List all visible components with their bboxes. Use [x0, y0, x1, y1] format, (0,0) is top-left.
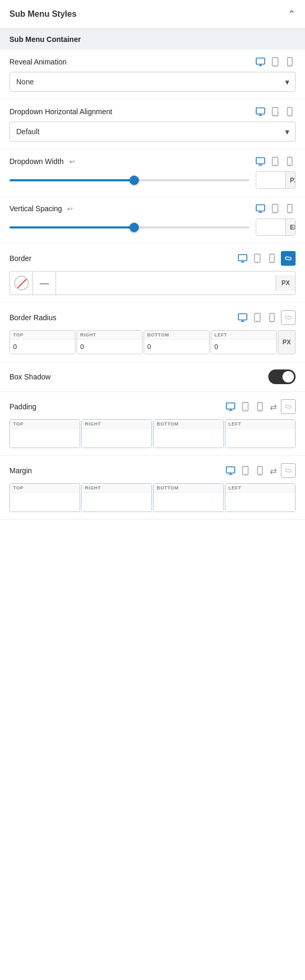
dropdown-alignment-label: Dropdown Horizontal Alignment [9, 107, 112, 116]
padding-arrows-icon[interactable]: ⇄ [269, 401, 278, 413]
tablet-icon-6[interactable] [252, 313, 263, 322]
margin-inputs: TOP RIGHT BOTTOM LEFT [9, 483, 296, 512]
tablet-icon-5[interactable] [252, 254, 263, 263]
vertical-spacing-group: Vertical Spacing ↩ [0, 197, 305, 244]
dropdown-alignment-select-wrapper[interactable]: Default Left Center Right [9, 122, 296, 141]
mobile-icon-2[interactable] [284, 107, 296, 116]
vertical-spacing-track [9, 226, 249, 228]
padding-left-input[interactable] [225, 429, 295, 448]
border-input-row: — PX [9, 271, 296, 295]
border-label: Border [9, 254, 31, 263]
box-shadow-toggle[interactable] [268, 369, 296, 384]
desktop-icon-7[interactable] [225, 402, 236, 411]
tablet-icon-7[interactable] [239, 402, 251, 411]
mobile-icon[interactable] [284, 57, 296, 67]
svg-point-27 [289, 211, 290, 212]
border-link-button[interactable] [281, 251, 296, 266]
desktop-icon-4[interactable] [255, 204, 266, 213]
tablet-icon-2[interactable] [269, 107, 281, 116]
vertical-spacing-reset-icon[interactable]: ↩ [67, 205, 73, 213]
svg-point-20 [289, 164, 290, 165]
desktop-icon[interactable] [255, 57, 266, 67]
border-radius-bottom-wrapper: BOTTOM [144, 330, 210, 354]
dropdown-width-slider[interactable] [9, 175, 249, 186]
border-color-button[interactable] [10, 271, 33, 295]
svg-rect-28 [238, 255, 247, 261]
dropdown-width-unit: PX [285, 172, 296, 188]
dropdown-alignment-device-icons [255, 107, 296, 116]
reveal-animation-label-row: Reveal Animation [9, 57, 296, 67]
svg-rect-14 [256, 158, 265, 164]
margin-group: Margin ⇄ [0, 456, 305, 520]
mobile-icon-6[interactable] [266, 313, 278, 322]
desktop-icon-2[interactable] [255, 107, 266, 116]
svg-point-34 [271, 261, 273, 262]
svg-point-18 [275, 164, 276, 165]
margin-left-wrapper: LEFT [225, 483, 296, 512]
dropdown-width-label: Dropdown Width ↩ [9, 157, 75, 166]
mobile-icon-4[interactable] [284, 204, 296, 213]
padding-link-button[interactable] [281, 399, 296, 414]
svg-point-39 [257, 320, 258, 321]
tablet-icon[interactable] [269, 57, 281, 67]
mobile-icon-7[interactable] [254, 402, 266, 411]
vertical-spacing-input[interactable] [256, 219, 285, 235]
padding-label: Padding [9, 402, 36, 411]
border-radius-top-input[interactable] [10, 340, 75, 354]
border-radius-unit: PX [278, 330, 296, 354]
border-color-none [14, 276, 29, 290]
margin-bottom-input[interactable] [154, 493, 223, 511]
dropdown-width-group: Dropdown Width ↩ [0, 149, 305, 197]
border-radius-link-button[interactable] [281, 310, 296, 325]
tablet-icon-4[interactable] [269, 204, 281, 213]
margin-left-input[interactable] [225, 493, 295, 511]
margin-right-input[interactable] [82, 493, 151, 511]
mobile-icon-5[interactable] [266, 254, 278, 263]
dropdown-width-thumb[interactable] [129, 176, 139, 185]
box-shadow-label: Box Shadow [9, 373, 51, 381]
border-radius-device-icons [237, 310, 296, 325]
desktop-icon-5[interactable] [237, 254, 248, 263]
border-radius-top-wrapper: TOP [9, 330, 75, 354]
padding-label-row: Padding ⇄ [9, 399, 296, 414]
reveal-animation-select-wrapper[interactable]: None Fade Slide [9, 72, 296, 92]
border-radius-right-input[interactable] [77, 340, 142, 354]
padding-right-wrapper: RIGHT [81, 419, 152, 448]
border-style-button[interactable]: — [33, 271, 56, 295]
vertical-spacing-slider[interactable] [9, 222, 249, 233]
tablet-icon-3[interactable] [269, 157, 281, 166]
margin-link-button[interactable] [281, 463, 296, 478]
border-radius-bottom-input[interactable] [144, 340, 209, 354]
panel-header: Sub Menu Styles ⌃ [0, 0, 305, 29]
collapse-button[interactable]: ⌃ [288, 8, 296, 20]
margin-bottom-label: BOTTOM [154, 484, 223, 493]
border-group: Border [0, 244, 305, 303]
border-radius-right-label: RIGHT [77, 331, 142, 340]
padding-top-input[interactable] [10, 429, 80, 448]
svg-rect-21 [256, 205, 265, 211]
margin-top-input[interactable] [10, 493, 80, 511]
desktop-icon-6[interactable] [237, 313, 248, 322]
reveal-animation-select[interactable]: None Fade Slide [9, 72, 296, 92]
margin-arrows-icon[interactable]: ⇄ [269, 465, 278, 477]
padding-bottom-input[interactable] [154, 429, 223, 448]
border-device-icons [237, 251, 296, 266]
dropdown-alignment-label-row: Dropdown Horizontal Alignment [9, 107, 296, 116]
border-width-input[interactable] [56, 275, 276, 291]
tablet-icon-8[interactable] [239, 466, 251, 475]
dropdown-width-reset-icon[interactable]: ↩ [69, 158, 75, 166]
padding-right-input[interactable] [82, 429, 151, 448]
border-radius-right-wrapper: RIGHT [77, 330, 143, 354]
vertical-spacing-thumb[interactable] [129, 223, 139, 232]
svg-point-4 [275, 64, 276, 66]
dropdown-width-input[interactable] [256, 172, 285, 188]
mobile-icon-8[interactable] [254, 466, 266, 475]
dropdown-width-slider-row: PX [9, 171, 296, 189]
dropdown-alignment-select[interactable]: Default Left Center Right [9, 122, 296, 141]
border-label-row: Border [9, 251, 296, 266]
desktop-icon-8[interactable] [225, 466, 236, 475]
border-radius-left-input[interactable] [211, 340, 276, 354]
mobile-icon-3[interactable] [284, 157, 296, 166]
padding-device-icons: ⇄ [225, 399, 296, 414]
desktop-icon-3[interactable] [255, 157, 266, 166]
